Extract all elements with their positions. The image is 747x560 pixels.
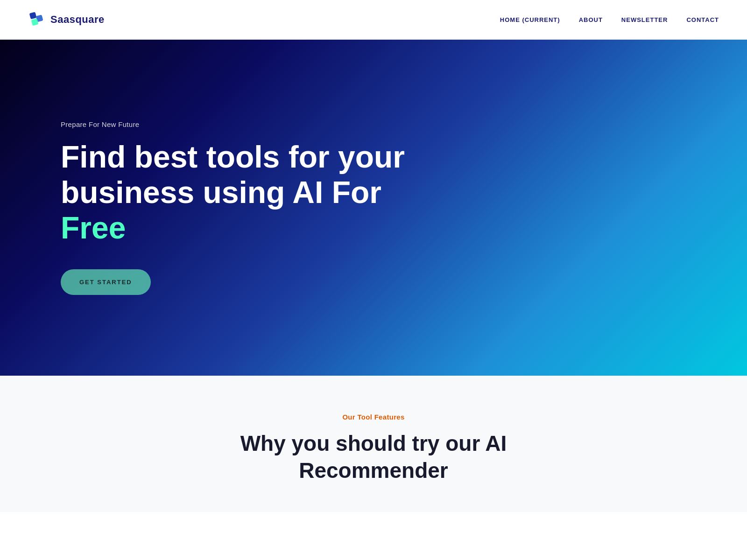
features-label: Our Tool Features bbox=[28, 413, 719, 421]
nav-link-about[interactable]: ABOUT bbox=[579, 16, 603, 23]
svg-rect-0 bbox=[29, 12, 37, 19]
features-title-line2: Recommender bbox=[299, 458, 448, 483]
hero-title-highlight: Free bbox=[61, 210, 126, 245]
nav-item-home[interactable]: HOME (CURRENT) bbox=[500, 15, 560, 24]
get-started-button[interactable]: GET STARTED bbox=[61, 269, 151, 295]
logo[interactable]: Saasquare bbox=[28, 11, 105, 28]
nav-link-contact[interactable]: CONTACT bbox=[686, 16, 719, 23]
hero-section: Prepare For New Future Find best tools f… bbox=[0, 40, 747, 376]
features-title-line1: Why you should try our AI bbox=[240, 431, 507, 455]
nav-item-newsletter[interactable]: NEWSLETTER bbox=[621, 15, 668, 24]
nav-link-newsletter[interactable]: NEWSLETTER bbox=[621, 16, 668, 23]
nav-item-about[interactable]: ABOUT bbox=[579, 15, 603, 24]
nav-links: HOME (CURRENT) ABOUT NEWSLETTER CONTACT bbox=[500, 15, 719, 24]
navbar: Saasquare HOME (CURRENT) ABOUT NEWSLETTE… bbox=[0, 0, 747, 40]
logo-icon bbox=[28, 11, 46, 28]
nav-item-contact[interactable]: CONTACT bbox=[686, 15, 719, 24]
hero-content: Prepare For New Future Find best tools f… bbox=[61, 120, 411, 295]
hero-title-part1: Find best tools for your business using … bbox=[61, 140, 405, 210]
nav-link-home[interactable]: HOME (CURRENT) bbox=[500, 16, 560, 23]
features-title: Why you should try our AI Recommender bbox=[28, 430, 719, 484]
hero-title: Find best tools for your business using … bbox=[61, 140, 411, 246]
features-section: Our Tool Features Why you should try our… bbox=[0, 376, 747, 512]
logo-text: Saasquare bbox=[50, 14, 105, 26]
hero-subtitle: Prepare For New Future bbox=[61, 120, 411, 128]
